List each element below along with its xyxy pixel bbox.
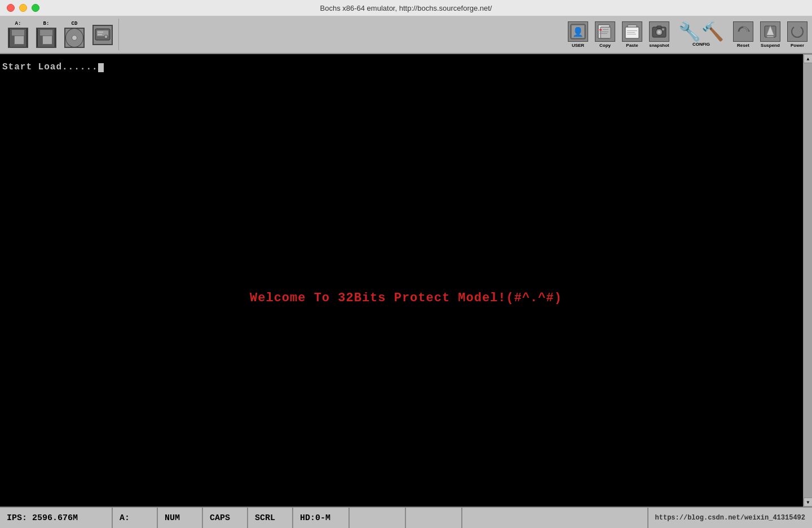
svg-rect-12	[599, 32, 608, 32]
scrl-status: SCRL	[248, 508, 293, 528]
power-label: Power	[791, 43, 804, 48]
drive-a-label: A:	[15, 21, 21, 27]
drive-label: A:	[120, 513, 130, 523]
svg-point-2	[104, 35, 108, 38]
window-title: Bochs x86-64 emulator, http://bochs.sour…	[320, 4, 492, 12]
snapshot-button[interactable]: snapshot	[647, 19, 672, 50]
paste-icon	[622, 21, 642, 42]
svg-rect-11	[603, 29, 608, 30]
svg-point-24	[662, 28, 664, 30]
toolbar-section-drives: A: B: CD	[2, 19, 119, 50]
svg-rect-3	[98, 32, 103, 33]
wrench-icon: 🔧	[678, 23, 701, 41]
drive-b-label: B:	[43, 21, 50, 27]
drive-b-icon	[36, 28, 56, 48]
drive-b-button[interactable]: B:	[33, 20, 60, 49]
hd-label: HD:0-M	[300, 513, 330, 523]
user-icon: 👤	[568, 21, 588, 42]
drive-hd-icon	[92, 25, 113, 45]
svg-rect-23	[657, 26, 661, 28]
svg-rect-9	[601, 27, 611, 38]
drive-a-icon	[8, 28, 28, 48]
caps-label: CAPS	[210, 513, 230, 523]
config-button[interactable]: 🔧 🔨 CONFIG	[676, 19, 726, 50]
ips-value: 2596.676M	[32, 513, 78, 523]
copy-icon	[595, 21, 615, 42]
drive-cd-label: CD	[72, 21, 78, 27]
snapshot-icon	[649, 21, 669, 42]
scroll-down-arrow[interactable]: ▼	[804, 498, 812, 507]
title-bar: Bochs x86-64 emulator, http://bochs.sour…	[0, 0, 812, 16]
reset-button[interactable]: Reset	[731, 19, 756, 50]
url-status: https://blog.csdn.net/weixin_41315492	[647, 508, 812, 528]
scroll-up-arrow[interactable]: ▲	[804, 54, 812, 63]
window-controls	[7, 4, 39, 12]
svg-rect-16	[627, 30, 637, 31]
svg-rect-18	[627, 34, 636, 34]
maximize-button[interactable]	[32, 4, 39, 12]
num-label: NUM	[165, 513, 180, 523]
svg-rect-4	[98, 34, 102, 35]
toolbar-right: 👤 USER Copy	[566, 17, 810, 51]
suspend-icon	[760, 21, 780, 42]
svg-rect-27	[767, 36, 774, 37]
toolbar: A: B: CD	[0, 16, 812, 54]
svg-rect-17	[627, 32, 635, 33]
main-screen[interactable]: Start Load...... Welcome To 32Bits Prote…	[0, 54, 812, 507]
svg-rect-10	[599, 29, 602, 30]
hd-status: HD:0-M	[293, 508, 350, 528]
power-button[interactable]: Power	[785, 19, 810, 50]
empty-status-1	[350, 508, 406, 528]
suspend-label: Suspend	[761, 43, 780, 48]
num-status: NUM	[158, 508, 203, 528]
ips-label: IPS:	[7, 513, 27, 523]
caps-status: CAPS	[203, 508, 248, 528]
right-scrollbar[interactable]: ▲ ▼	[803, 54, 812, 507]
scrl-label: SCRL	[255, 513, 275, 523]
close-button[interactable]	[7, 4, 15, 12]
minimize-button[interactable]	[19, 4, 27, 12]
welcome-text: Welcome To 32Bits Protect Model!(#^.^#)	[0, 291, 812, 305]
url-text: https://blog.csdn.net/weixin_41315492	[655, 514, 805, 522]
reset-label: Reset	[737, 43, 749, 48]
drive-cd-icon	[64, 28, 85, 48]
reset-icon	[733, 21, 753, 42]
snapshot-label: snapshot	[649, 43, 669, 48]
svg-text:👤: 👤	[572, 27, 584, 37]
scroll-track[interactable]	[804, 63, 812, 498]
boot-text: Start Load......	[2, 62, 104, 72]
paste-button[interactable]: Paste	[620, 19, 645, 50]
chisel-icon: 🔨	[701, 23, 724, 41]
suspend-button[interactable]: Suspend	[758, 19, 783, 50]
drive-a-button[interactable]: A:	[5, 20, 32, 49]
copy-button[interactable]: Copy	[593, 19, 617, 50]
empty-status-2	[406, 508, 462, 528]
copy-label: Copy	[599, 43, 611, 48]
power-icon	[787, 21, 807, 42]
config-section: 🔧 🔨 CONFIG	[674, 17, 729, 51]
drive-status: A:	[113, 508, 158, 528]
status-bar: IPS: 2596.676M A: NUM CAPS SCRL HD:0-M h…	[0, 507, 812, 528]
user-button[interactable]: 👤 USER	[566, 19, 590, 50]
ips-status: IPS: 2596.676M	[0, 508, 113, 528]
drive-hd-button[interactable]	[89, 20, 116, 49]
config-label: CONFIG	[692, 42, 710, 47]
user-label: USER	[572, 43, 584, 48]
cursor	[98, 63, 104, 72]
drive-cd-button[interactable]: CD	[61, 20, 88, 49]
paste-label: Paste	[626, 43, 638, 48]
svg-rect-13	[599, 33, 607, 34]
svg-point-22	[658, 31, 660, 33]
